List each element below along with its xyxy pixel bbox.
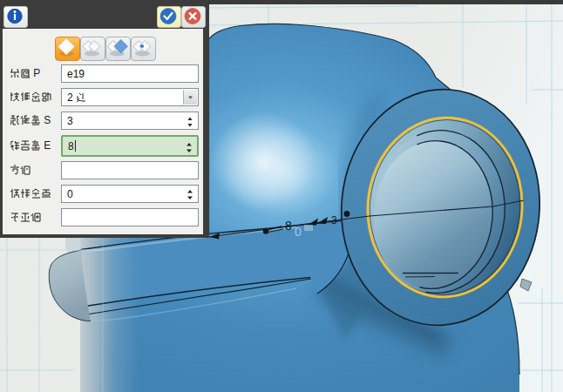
svg-text:0: 0 [295, 225, 302, 239]
svg-text:3: 3 [331, 214, 337, 226]
svg-text:8: 8 [285, 219, 292, 233]
